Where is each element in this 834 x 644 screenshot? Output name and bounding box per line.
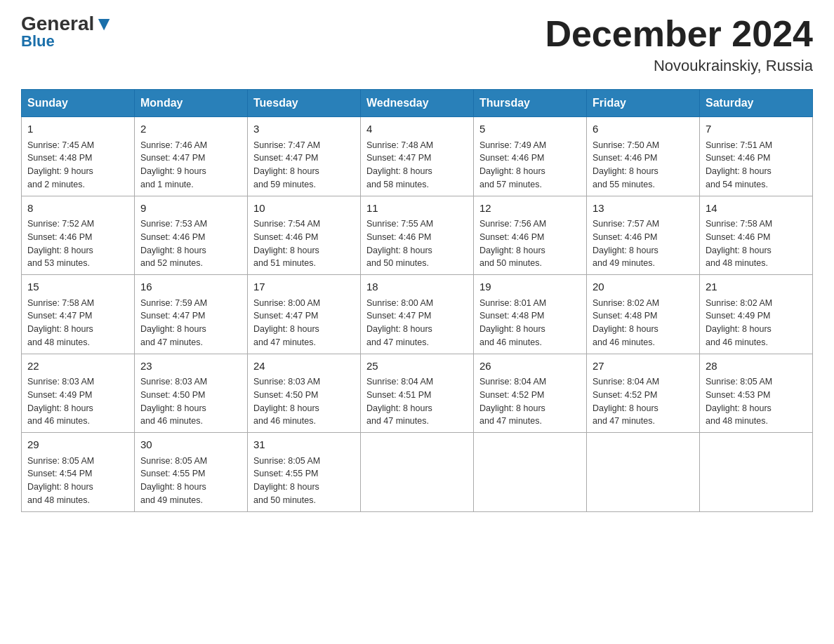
page-header: General▼ Blue December 2024 Novoukrainsk… [21, 14, 813, 75]
day-number: 26 [479, 358, 581, 375]
day-number: 22 [27, 358, 128, 375]
day-number: 30 [140, 437, 241, 453]
day-number: 18 [366, 279, 468, 295]
sun-info: Sunrise: 8:02 AMSunset: 4:49 PMDaylight:… [706, 297, 807, 349]
calendar-cell: 7Sunrise: 7:51 AMSunset: 4:46 PMDaylight… [700, 117, 813, 196]
week-row-4: 22Sunrise: 8:03 AMSunset: 4:49 PMDayligh… [22, 354, 813, 433]
weekday-header-tuesday: Tuesday [248, 90, 361, 117]
sun-info: Sunrise: 7:49 AMSunset: 4:46 PMDaylight:… [479, 139, 581, 192]
page-title: December 2024 [545, 14, 813, 54]
weekday-header-monday: Monday [135, 90, 248, 117]
sun-info: Sunrise: 8:01 AMSunset: 4:48 PMDaylight:… [479, 297, 581, 349]
day-number: 24 [253, 358, 355, 375]
day-number: 19 [479, 279, 581, 295]
calendar-cell: 16Sunrise: 7:59 AMSunset: 4:47 PMDayligh… [135, 275, 248, 354]
calendar-cell: 29Sunrise: 8:05 AMSunset: 4:54 PMDayligh… [22, 433, 135, 512]
day-number: 5 [479, 121, 581, 137]
weekday-header-wednesday: Wednesday [361, 90, 474, 117]
calendar-body: 1Sunrise: 7:45 AMSunset: 4:48 PMDaylight… [22, 117, 813, 512]
sun-info: Sunrise: 7:54 AMSunset: 4:46 PMDaylight:… [253, 217, 355, 270]
sun-info: Sunrise: 8:05 AMSunset: 4:54 PMDaylight:… [27, 455, 128, 507]
calendar-cell: 11Sunrise: 7:55 AMSunset: 4:46 PMDayligh… [361, 196, 474, 275]
calendar-cell: 22Sunrise: 8:03 AMSunset: 4:49 PMDayligh… [22, 354, 135, 433]
day-number: 14 [706, 201, 807, 217]
calendar-header: SundayMondayTuesdayWednesdayThursdayFrid… [22, 90, 813, 117]
calendar-cell: 24Sunrise: 8:03 AMSunset: 4:50 PMDayligh… [248, 354, 361, 433]
calendar-cell: 21Sunrise: 8:02 AMSunset: 4:49 PMDayligh… [700, 275, 813, 354]
calendar-cell: 2Sunrise: 7:46 AMSunset: 4:47 PMDaylight… [135, 117, 248, 196]
day-number: 11 [366, 201, 468, 217]
day-number: 20 [593, 279, 694, 295]
sun-info: Sunrise: 7:55 AMSunset: 4:46 PMDaylight:… [366, 217, 468, 270]
sun-info: Sunrise: 8:03 AMSunset: 4:50 PMDaylight:… [140, 375, 241, 428]
day-number: 3 [253, 121, 355, 137]
sun-info: Sunrise: 7:47 AMSunset: 4:47 PMDaylight:… [253, 139, 355, 192]
calendar-cell: 30Sunrise: 8:05 AMSunset: 4:55 PMDayligh… [135, 433, 248, 512]
calendar-cell: 14Sunrise: 7:58 AMSunset: 4:46 PMDayligh… [700, 196, 813, 275]
weekday-header-saturday: Saturday [700, 90, 813, 117]
calendar-cell: 3Sunrise: 7:47 AMSunset: 4:47 PMDaylight… [248, 117, 361, 196]
calendar-cell: 18Sunrise: 8:00 AMSunset: 4:47 PMDayligh… [361, 275, 474, 354]
day-number: 31 [253, 437, 355, 453]
day-number: 28 [706, 358, 807, 375]
calendar-cell: 31Sunrise: 8:05 AMSunset: 4:55 PMDayligh… [248, 433, 361, 512]
sun-info: Sunrise: 7:50 AMSunset: 4:46 PMDaylight:… [593, 139, 694, 192]
calendar-cell [361, 433, 474, 512]
sun-info: Sunrise: 8:05 AMSunset: 4:55 PMDaylight:… [253, 455, 355, 507]
calendar-cell [700, 433, 813, 512]
logo-general-text: General▼ [21, 14, 114, 34]
day-number: 4 [366, 121, 468, 137]
day-number: 13 [593, 201, 694, 217]
logo-blue-text: Blue [21, 32, 55, 51]
calendar-cell: 19Sunrise: 8:01 AMSunset: 4:48 PMDayligh… [474, 275, 587, 354]
calendar-cell: 25Sunrise: 8:04 AMSunset: 4:51 PMDayligh… [361, 354, 474, 433]
title-block: December 2024 Novoukrainskiy, Russia [545, 14, 813, 75]
calendar-cell: 27Sunrise: 8:04 AMSunset: 4:52 PMDayligh… [587, 354, 700, 433]
calendar-cell: 28Sunrise: 8:05 AMSunset: 4:53 PMDayligh… [700, 354, 813, 433]
page-location: Novoukrainskiy, Russia [545, 57, 813, 75]
calendar-cell: 23Sunrise: 8:03 AMSunset: 4:50 PMDayligh… [135, 354, 248, 433]
sun-info: Sunrise: 7:46 AMSunset: 4:47 PMDaylight:… [140, 139, 241, 192]
week-row-3: 15Sunrise: 7:58 AMSunset: 4:47 PMDayligh… [22, 275, 813, 354]
day-number: 10 [253, 201, 355, 217]
sun-info: Sunrise: 8:05 AMSunset: 4:55 PMDaylight:… [140, 455, 241, 507]
day-number: 1 [27, 121, 128, 137]
day-number: 15 [27, 279, 128, 295]
day-number: 25 [366, 358, 468, 375]
sun-info: Sunrise: 7:53 AMSunset: 4:46 PMDaylight:… [140, 217, 241, 270]
sun-info: Sunrise: 7:58 AMSunset: 4:47 PMDaylight:… [27, 297, 128, 349]
day-number: 16 [140, 279, 241, 295]
day-number: 17 [253, 279, 355, 295]
calendar-cell: 15Sunrise: 7:58 AMSunset: 4:47 PMDayligh… [22, 275, 135, 354]
calendar-cell: 17Sunrise: 8:00 AMSunset: 4:47 PMDayligh… [248, 275, 361, 354]
day-number: 9 [140, 201, 241, 217]
calendar-cell: 8Sunrise: 7:52 AMSunset: 4:46 PMDaylight… [22, 196, 135, 275]
sun-info: Sunrise: 8:00 AMSunset: 4:47 PMDaylight:… [253, 297, 355, 349]
calendar-cell: 9Sunrise: 7:53 AMSunset: 4:46 PMDaylight… [135, 196, 248, 275]
sun-info: Sunrise: 8:00 AMSunset: 4:47 PMDaylight:… [366, 297, 468, 349]
sun-info: Sunrise: 7:52 AMSunset: 4:46 PMDaylight:… [27, 217, 128, 270]
sun-info: Sunrise: 7:58 AMSunset: 4:46 PMDaylight:… [706, 217, 807, 270]
sun-info: Sunrise: 8:02 AMSunset: 4:48 PMDaylight:… [593, 297, 694, 349]
sun-info: Sunrise: 7:56 AMSunset: 4:46 PMDaylight:… [479, 217, 581, 270]
calendar-cell: 5Sunrise: 7:49 AMSunset: 4:46 PMDaylight… [474, 117, 587, 196]
calendar-cell: 20Sunrise: 8:02 AMSunset: 4:48 PMDayligh… [587, 275, 700, 354]
week-row-2: 8Sunrise: 7:52 AMSunset: 4:46 PMDaylight… [22, 196, 813, 275]
logo-triangle-icon: ▼ [94, 13, 114, 34]
sun-info: Sunrise: 7:57 AMSunset: 4:46 PMDaylight:… [593, 217, 694, 270]
day-number: 12 [479, 201, 581, 217]
sun-info: Sunrise: 7:59 AMSunset: 4:47 PMDaylight:… [140, 297, 241, 349]
calendar-cell: 26Sunrise: 8:04 AMSunset: 4:52 PMDayligh… [474, 354, 587, 433]
day-number: 23 [140, 358, 241, 375]
day-number: 21 [706, 279, 807, 295]
sun-info: Sunrise: 8:05 AMSunset: 4:53 PMDaylight:… [706, 375, 807, 428]
week-row-5: 29Sunrise: 8:05 AMSunset: 4:54 PMDayligh… [22, 433, 813, 512]
day-number: 29 [27, 437, 128, 453]
calendar-cell: 1Sunrise: 7:45 AMSunset: 4:48 PMDaylight… [22, 117, 135, 196]
calendar-table: SundayMondayTuesdayWednesdayThursdayFrid… [21, 89, 813, 512]
sun-info: Sunrise: 8:04 AMSunset: 4:52 PMDaylight:… [593, 375, 694, 428]
weekday-header-sunday: Sunday [22, 90, 135, 117]
day-number: 6 [593, 121, 694, 137]
day-number: 8 [27, 201, 128, 217]
sun-info: Sunrise: 8:03 AMSunset: 4:49 PMDaylight:… [27, 375, 128, 428]
